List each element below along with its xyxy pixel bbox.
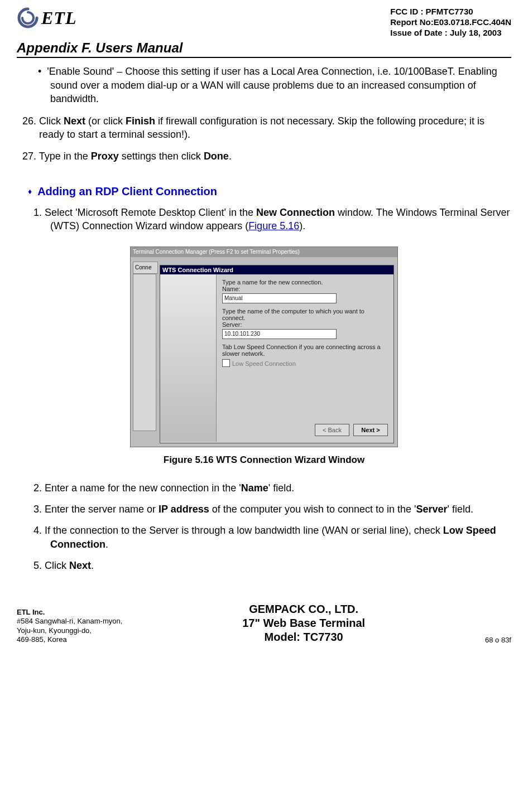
footer-center2: 17" Web Base Terminal (242, 616, 365, 630)
low-speed-checkbox[interactable] (222, 359, 230, 367)
rdp5-post: . (91, 560, 94, 571)
wizard-server-input[interactable]: 10.10.101.230 (222, 329, 337, 339)
wizard-line2: Type the name of the computer to which y… (222, 308, 388, 321)
step-27: 27. Type in the Proxy settings then clic… (39, 149, 511, 163)
wizard-server-label: Server: (222, 321, 388, 328)
outer-window-titlebar: Terminal Connection Manager (Press F2 to… (131, 247, 397, 257)
rdp5-next: Next (69, 560, 91, 571)
wts-wizard-dialog: WTS Connection Wizard Type a name for th… (160, 265, 394, 443)
wizard-titlebar: WTS Connection Wizard (160, 265, 393, 274)
rdp3-post: ' field. (448, 504, 473, 515)
rdp1-newconn: New Connection (256, 207, 335, 218)
wizard-side-graphic (160, 274, 217, 442)
footer-page-number: 68 o 83f (485, 636, 511, 644)
bullet-enable-sound-text: 'Enable Sound' – Choose this setting if … (47, 66, 497, 104)
header-rule (17, 57, 511, 58)
rdp1-pre: 1. Select 'Microsoft Remote Desktop Clie… (33, 207, 256, 218)
appendix-title: Appendix F. Users Manual (17, 40, 511, 56)
rdp-step-2: 2. Enter a name for the new connection i… (50, 481, 511, 495)
rdp-step-3: 3. Enter the server name or IP address o… (50, 502, 511, 516)
rdp2-pre: 2. Enter a name for the new connection i… (33, 482, 241, 494)
step-26: 26. Click Next (or click Finish if firew… (39, 114, 511, 142)
connections-tab[interactable]: Conne (133, 262, 158, 274)
rdp3-ip: IP address (159, 504, 209, 515)
swirl-icon (17, 7, 39, 29)
issue-date: Issue of Date : July 18, 2003 (390, 28, 511, 38)
low-speed-label: Low Speed Connection (232, 360, 296, 367)
section-heading-text: Adding an RDP Client Connection (37, 185, 217, 197)
logo-text: ETL (41, 8, 76, 28)
footer-center3: Model: TC7730 (242, 630, 365, 644)
step26-pre: 26. Click (22, 115, 64, 127)
step27-pre: 27. Type in the (22, 151, 91, 162)
rdp5-pre: 5. Click (33, 560, 69, 571)
company-logo: ETL (17, 7, 76, 29)
page-footer: ETL Inc. #584 Sangwhal-ri, Kanam-myon, Y… (17, 602, 511, 644)
bullet-enable-sound: • 'Enable Sound' – Choose this setting i… (50, 65, 511, 105)
footer-addr1: #584 Sangwhal-ri, Kanam-myon, (17, 617, 122, 626)
step26-next: Next (64, 115, 85, 127)
rdp2-post: ' field. (268, 482, 294, 494)
rdp3-mid: of the computer you wish to connect to i… (209, 504, 416, 515)
wizard-name-input[interactable]: Manual (222, 293, 337, 303)
rdp4-pre: 4. If the connection to the Server is th… (33, 525, 443, 536)
footer-company: ETL Inc. (17, 608, 122, 617)
wizard-name-label: Name: (222, 286, 388, 292)
rdp2-name: Name (241, 482, 268, 494)
rdp4-post: . (105, 539, 108, 550)
footer-center1: GEMPACK CO., LTD. (242, 602, 365, 616)
rdp-step-1: 1. Select 'Microsoft Remote Desktop Clie… (50, 206, 511, 233)
diamond-icon: ♦ (28, 187, 32, 196)
rdp3-server: Server (416, 504, 448, 515)
wizard-line1: Type a name for the new connection. (222, 279, 388, 286)
step26-mid: (or click (85, 115, 126, 127)
step27-done: Done (204, 151, 229, 162)
step26-finish: Finish (126, 115, 155, 127)
footer-addr3: 469-885, Korea (17, 635, 122, 644)
figure-link-5-16[interactable]: Figure 5.16 (248, 220, 299, 231)
figure-caption-5-16: Figure 5.16 WTS Connection Wizard Window (17, 455, 511, 466)
report-no: Report No:E03.0718.FCC.404N (390, 17, 511, 28)
section-heading-rdp: ♦Adding an RDP Client Connection (28, 185, 511, 198)
rdp3-pre: 3. Enter the server name or (33, 504, 159, 515)
wizard-back-button[interactable]: < Back (315, 424, 349, 436)
rdp-step-5: 5. Click Next. (50, 559, 511, 572)
step27-proxy: Proxy (91, 151, 119, 162)
wizard-screenshot: Terminal Connection Manager (Press F2 to… (130, 246, 398, 447)
header-meta: FCC ID : PFMTC7730 Report No:E03.0718.FC… (390, 7, 511, 38)
wizard-next-button[interactable]: Next > (353, 424, 388, 436)
step27-post: . (229, 151, 232, 162)
connections-panel (133, 274, 156, 431)
fcc-id: FCC ID : PFMTC7730 (390, 7, 511, 17)
footer-addr2: Yoju-kun, Kyounggi-do, (17, 626, 122, 635)
wizard-line3: Tab Low Speed Connection if you are conn… (222, 344, 388, 357)
step27-mid: settings then click (119, 151, 204, 162)
rdp-step-4: 4. If the connection to the Server is th… (50, 524, 511, 551)
rdp1-post: ). (299, 220, 305, 231)
